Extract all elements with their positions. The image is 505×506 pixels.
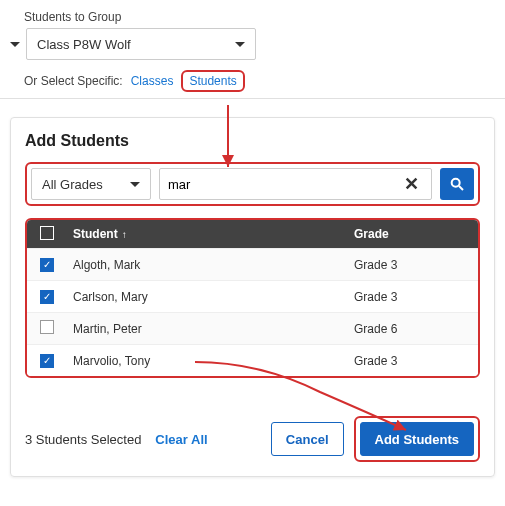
svg-line-1 [459,186,463,190]
cancel-button-label: Cancel [286,432,329,447]
chevron-down-icon[interactable] [10,42,20,47]
search-input[interactable] [168,177,400,192]
group-select[interactable]: Class P8W Wolf [26,28,256,60]
specific-label: Or Select Specific: [24,74,123,88]
add-students-button-label: Add Students [375,432,460,447]
column-grade-label: Grade [354,227,389,241]
add-students-button[interactable]: Add Students [360,422,475,456]
filter-row: All Grades ✕ [25,162,480,206]
student-name: Carlson, Mary [67,290,348,304]
column-student[interactable]: Student ↑ [67,227,348,241]
row-checkbox[interactable]: ✓ [40,258,54,272]
students-to-group-label: Students to Group [24,10,481,24]
row-checkbox[interactable]: ✓ [40,354,54,368]
student-grade: Grade 3 [348,354,478,368]
svg-point-0 [452,179,460,187]
table-row: Martin, PeterGrade 6 [27,312,478,344]
column-student-label: Student [73,227,118,241]
classes-link[interactable]: Classes [131,74,174,88]
cancel-button[interactable]: Cancel [271,422,344,456]
table-row: ✓Marvolio, TonyGrade 3 [27,344,478,376]
student-name: Martin, Peter [67,322,348,336]
chevron-down-icon [235,42,245,47]
table-header: Student ↑ Grade [27,220,478,248]
student-grade: Grade 3 [348,290,478,304]
grades-filter[interactable]: All Grades [31,168,151,200]
card-footer: 3 Students Selected Clear All Cancel Add… [25,416,480,462]
sort-asc-icon: ↑ [122,229,127,240]
row-checkbox[interactable] [40,320,54,334]
card-title: Add Students [25,132,480,150]
selected-count: 3 Students Selected [25,432,141,447]
grades-filter-value: All Grades [42,177,103,192]
table-row: ✓Algoth, MarkGrade 3 [27,248,478,280]
student-grade: Grade 3 [348,258,478,272]
annotation-highlight: Add Students [354,416,481,462]
select-all-checkbox[interactable] [40,226,54,240]
student-grade: Grade 6 [348,322,478,336]
chevron-down-icon [130,182,140,187]
group-assignment-section: Students to Group Class P8W Wolf Or Sele… [0,0,505,99]
annotation-highlight: Students [181,70,244,92]
group-select-value: Class P8W Wolf [37,37,131,52]
students-link[interactable]: Students [189,74,236,88]
specific-select-row: Or Select Specific: Classes Students [24,70,481,92]
clear-icon[interactable]: ✕ [400,173,423,195]
student-name: Marvolio, Tony [67,354,348,368]
clear-all-link[interactable]: Clear All [155,432,207,447]
search-field-wrap: ✕ [159,168,432,200]
column-grade[interactable]: Grade [348,227,478,241]
students-table: Student ↑ Grade ✓Algoth, MarkGrade 3✓Car… [25,218,480,378]
row-checkbox[interactable]: ✓ [40,290,54,304]
table-row: ✓Carlson, MaryGrade 3 [27,280,478,312]
student-name: Algoth, Mark [67,258,348,272]
search-icon [449,176,465,192]
search-button[interactable] [440,168,474,200]
add-students-card: Add Students All Grades ✕ Student ↑ [10,117,495,477]
